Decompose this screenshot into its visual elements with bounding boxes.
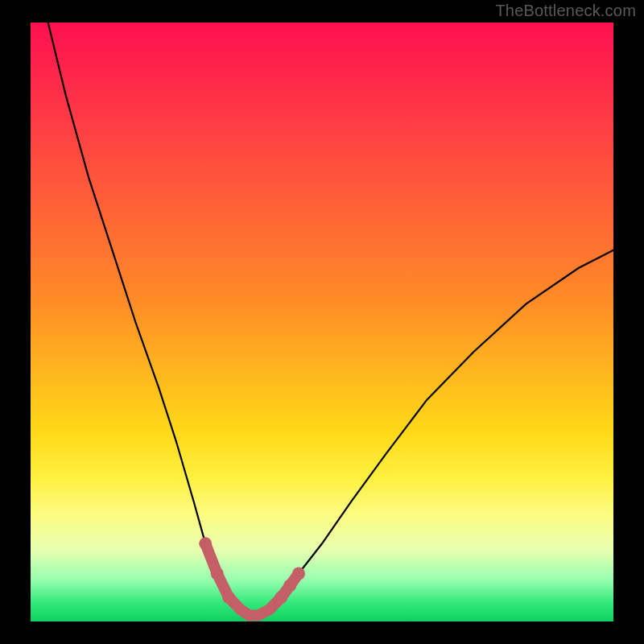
optimal-zone-dot: [199, 537, 212, 550]
optimal-zone-dot: [222, 591, 235, 604]
optimal-zone-dot: [211, 568, 224, 580]
chart-frame: TheBottleneck.com: [0, 0, 644, 644]
optimal-zone-dot: [292, 568, 305, 580]
optimal-zone-dot: [275, 591, 287, 604]
watermark-label: TheBottleneck.com: [495, 2, 636, 20]
bottleneck-curve: [48, 23, 613, 616]
curve-layer: [31, 23, 613, 621]
optimal-zone-dot: [283, 579, 296, 592]
plot-area: [31, 23, 613, 621]
